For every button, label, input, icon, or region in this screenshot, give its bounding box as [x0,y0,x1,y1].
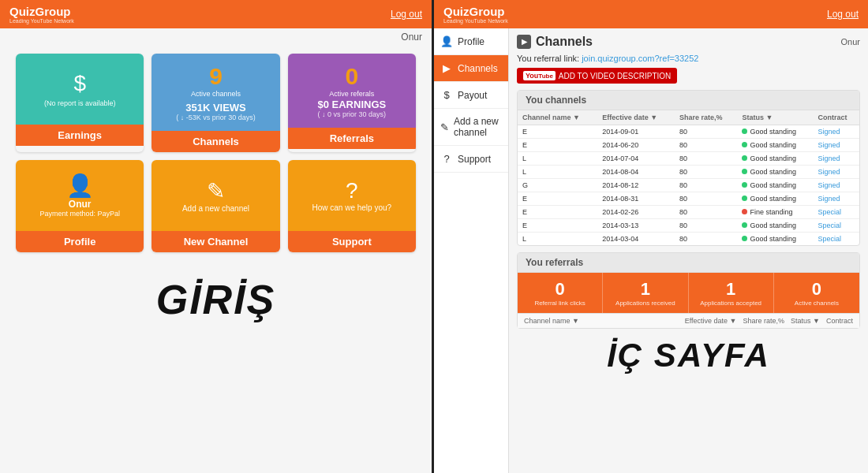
referrals-table-header: Channel name ▼ Effective date ▼ Share ra… [518,313,859,328]
right-header: QuizGroup Leading YouTube Network Log ou… [434,0,868,28]
earnings-text: $0 EARNINGS [317,99,386,110]
channels-sidebar-label: Channels [458,63,498,74]
status-dot [742,155,747,161]
support-card-top: ? How can we help you? [288,160,416,231]
referrals-card[interactable]: 0 Active referals $0 EARNINGS ( ↓ 0 vs p… [288,54,416,152]
channels-sidebar-icon: ▶ [440,62,453,74]
payout-sidebar-label: Payout [458,90,487,101]
new-channel-card-bottom: New Channel [152,231,279,252]
share-rate-cell: 80 [675,179,737,192]
referral-stat: 1 Applications accepted [689,273,774,313]
ref-col-date[interactable]: Effective date ▼ [685,317,737,325]
left-logo-text: QuizGroup [9,5,74,18]
effective-date-cell: 2014-08-12 [597,179,675,192]
status-cell: Good standing [737,166,813,179]
add-channel-sidebar-label: Add a new channel [454,116,502,138]
channels-count: 9 [209,63,223,90]
channel-name-cell: L [518,233,597,246]
earnings-sub-text: ( ↓ 0 vs prior 30 days) [318,110,387,118]
support-card[interactable]: ? How can we help you? Support [288,160,416,252]
channels-card-bottom: Channels [152,131,279,152]
youtube-logo: YouTube [523,71,556,80]
left-logout-button[interactable]: Log out [391,9,422,20]
referral-link-row: You referral link: join.quizgroup.com?re… [517,54,860,63]
earnings-card-top: $ (No report is available) [16,54,144,125]
effective-date-cell: 2014-02-26 [597,206,675,219]
profile-card[interactable]: 👤 Onur Payment method: PayPal Profile [16,160,144,252]
contract-link[interactable]: Signed [817,195,840,203]
share-rate-cell: 80 [675,139,737,152]
sidebar-item-add-channel[interactable]: ✎ Add a new channel [434,109,508,146]
payment-method: Payment method: PayPal [39,210,120,218]
right-logo-text: QuizGroup [443,5,508,18]
contract-cell: Special [813,206,859,219]
new-channel-card[interactable]: ✎ Add a new channel New Channel [152,160,279,252]
earnings-card[interactable]: $ (No report is available) Earnings [16,54,144,152]
status-cell: Good standing [737,233,813,246]
channels-heading: Channels [536,35,593,49]
channel-name-cell: E [518,192,597,206]
add-channel-label: Add a new channel [182,204,249,213]
contract-link[interactable]: Special [817,208,841,216]
ref-col-channel[interactable]: Channel name ▼ [524,317,579,325]
new-channel-card-top: ✎ Add a new channel [152,160,279,231]
no-report-text: (No report is available) [44,99,116,107]
sidebar-item-payout[interactable]: $ Payout [434,82,508,109]
profile-sidebar-icon: 👤 [440,35,453,47]
you-channels-section: You channels Channel name ▼ Effective da… [517,90,860,246]
contract-link[interactable]: Special [817,235,841,243]
contract-cell: Signed [813,139,859,152]
share-rate-cell: 80 [675,219,737,233]
contract-link[interactable]: Signed [817,141,840,149]
table-row: E 2014-08-31 80 Good standing Signed [518,192,859,206]
ref-stat-label: Active channels [777,300,856,307]
share-rate-cell: 80 [675,233,737,246]
contract-link[interactable]: Signed [817,128,840,136]
col-status[interactable]: Status ▼ [737,110,813,125]
ref-col-status[interactable]: Status ▼ [791,317,820,325]
left-logo-sub: Leading YouTube Network [9,18,74,24]
left-panel: QuizGroup Leading YouTube Network Log ou… [0,0,434,473]
contract-link[interactable]: Signed [817,155,840,162]
status-dot [742,236,747,241]
add-channel-sidebar-icon: ✎ [440,121,449,133]
dollar-icon: $ [73,71,86,96]
contract-cell: Special [813,233,859,246]
contract-link[interactable]: Signed [817,181,840,189]
effective-date-cell: 2014-03-13 [597,219,675,233]
channel-name-cell: L [518,166,597,179]
right-logout-button[interactable]: Log out [827,9,859,20]
referral-link[interactable]: join.quizgroup.com?ref=33252 [582,54,698,63]
profile-name: Onur [69,199,92,210]
ref-stat-number: 0 [521,279,599,300]
contract-link[interactable]: Signed [817,168,840,176]
channel-name-cell: G [518,179,597,192]
ic-sayfa-label: İÇ SAYFA [517,337,860,374]
views-sub-text: ( ↓ -53K vs prior 30 days) [176,114,256,121]
share-rate-cell: 80 [675,166,737,179]
table-row: E 2014-09-01 80 Good standing Signed [518,125,859,139]
status-dot [742,142,747,147]
status-dot [742,222,747,228]
right-body: 👤 Profile ▶ Channels $ Payout ✎ Add a ne… [434,28,868,473]
channels-card[interactable]: 9 Active channels 351K VIEWS ( ↓ -53K vs… [152,54,279,152]
contract-link[interactable]: Special [817,222,841,229]
col-contract: Contract [813,110,859,125]
referrals-count: 0 [345,63,358,90]
support-card-bottom: Support [288,231,416,252]
channels-card-top: 9 Active channels 351K VIEWS ( ↓ -53K vs… [152,54,279,131]
sidebar-item-channels[interactable]: ▶ Channels [434,55,508,82]
you-referrals-section: You referrals 0 Referral link clicks 1 A… [517,252,860,329]
table-row: G 2014-08-12 80 Good standing Signed [518,179,859,192]
col-share-rate: Share rate,% [675,110,737,125]
add-video-button[interactable]: YouTube ADD TO VIDEO DESCRIPTION [517,68,677,84]
share-rate-cell: 80 [675,192,737,206]
sidebar-item-profile[interactable]: 👤 Profile [434,28,508,55]
status-dot [742,209,747,214]
col-effective-date[interactable]: Effective date ▼ [597,110,675,125]
giris-label: GİRİŞ [0,276,432,323]
contract-cell: Special [813,219,859,233]
sidebar-item-support[interactable]: ? Support [434,146,508,173]
right-logo-sub: Leading YouTube Network [443,18,508,24]
col-channel-name[interactable]: Channel name ▼ [518,110,597,125]
